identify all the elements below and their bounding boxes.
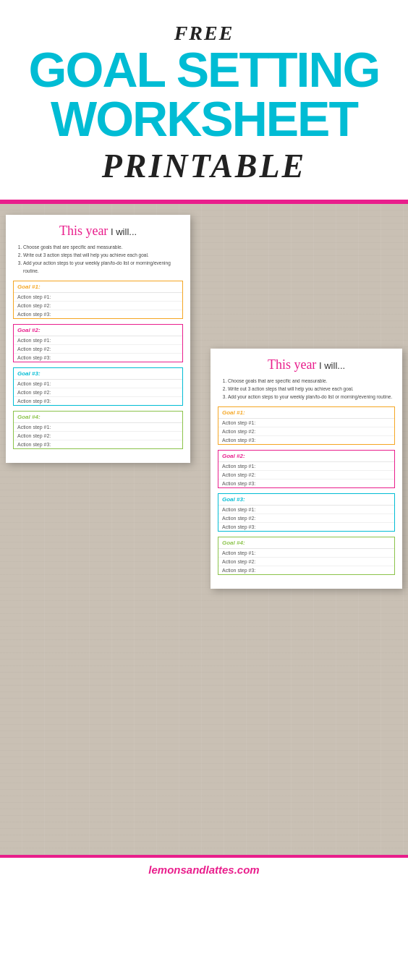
goal-box-2: Goal #2: Action step #1: Action step #2:… [13,324,183,362]
right-goal-box-4: Goal #4: Action step #1: Action step #2:… [218,537,395,575]
right-goal-box-3: Goal #3: Action step #1: Action step #2:… [218,493,395,532]
goal-3-action-1: Action step #1: [14,380,182,388]
instruction-2: Write out 3 action steps that will help … [23,251,183,259]
goal-4-label: Goal #4: [14,412,182,423]
goal-3-action-3: Action step #3: [14,397,182,405]
goal-1-action-1: Action step #1: [14,293,182,302]
right-instruction-1: Choose goals that are specific and measu… [228,377,395,385]
right-goal-2-label: Goal #2: [218,451,394,462]
right-goal-2-action-1: Action step #1: [218,462,394,471]
instruction-3: Add your action steps to your weekly pla… [23,259,183,275]
goal-box-4: Goal #4: Action step #1: Action step #2:… [13,411,183,449]
right-goal-box-1: Goal #1: Action step #1: Action step #2:… [218,406,395,445]
worksheet-label: WORKSHEET [14,94,394,143]
right-goal-2-action-2: Action step #2: [218,471,394,480]
right-goal-3-label: Goal #3: [218,494,394,506]
right-goal-2-action-3: Action step #3: [218,480,394,487]
right-instructions-list: Choose goals that are specific and measu… [218,377,395,401]
right-goal-4-action-2: Action step #2: [218,558,394,566]
goal-2-action-3: Action step #3: [14,354,182,362]
goal-4-action-3: Action step #3: [14,440,182,448]
goal-2-label: Goal #2: [14,325,182,336]
page-wrapper: FREE GOAL SETTING WORKSHEET PRINTABLE Th… [0,0,408,882]
right-goal-4-action-1: Action step #1: [218,549,394,558]
printable-label: PRINTABLE [14,147,394,185]
right-goal-3-action-3: Action step #3: [218,523,394,531]
right-goal-4-label: Goal #4: [218,537,394,549]
right-instruction-3: Add your action steps to your weekly pla… [228,393,395,401]
goal-2-action-2: Action step #2: [14,345,182,354]
right-goal-1-action-2: Action step #2: [218,427,394,436]
title-normal: I will... [108,226,137,237]
worksheet-left: This year I will... Choose goals that ar… [6,215,190,463]
right-goal-box-2: Goal #2: Action step #1: Action step #2:… [218,450,395,488]
right-instruction-2: Write out 3 action steps that will help … [228,385,395,393]
instructions-list: Choose goals that are specific and measu… [13,243,183,275]
goal-4-action-2: Action step #2: [14,432,182,440]
goal-1-action-3: Action step #3: [14,310,182,318]
goal-1-label: Goal #1: [14,281,182,293]
title-cursive: This year [59,223,108,238]
goal-4-action-1: Action step #1: [14,423,182,432]
website-url: lemonsandlattes.com [148,864,259,876]
goal-3-action-2: Action step #2: [14,388,182,397]
preview-area: This year I will... Choose goals that ar… [0,204,408,855]
goal-box-1: Goal #1: Action step #1: Action step #2:… [13,281,183,319]
right-goal-1-action-3: Action step #3: [218,436,394,444]
right-goal-1-action-1: Action step #1: [218,419,394,427]
right-title-normal: I will... [316,360,345,371]
sheet-right-title: This year I will... [218,357,395,372]
right-goal-3-action-2: Action step #2: [218,514,394,523]
goal-2-action-1: Action step #1: [14,336,182,345]
sheet-left-title: This year I will... [13,223,183,239]
instruction-1: Choose goals that are specific and measu… [23,243,183,251]
right-title-cursive: This year [268,357,316,372]
worksheet-right: This year I will... Choose goals that ar… [211,349,402,589]
goal-box-3: Goal #3: Action step #1: Action step #2:… [13,367,183,406]
header-section: FREE GOAL SETTING WORKSHEET PRINTABLE [0,0,408,204]
right-goal-4-action-3: Action step #3: [218,566,394,574]
footer-bar: lemonsandlattes.com [0,855,408,882]
right-goal-3-action-1: Action step #1: [218,506,394,514]
right-goal-1-label: Goal #1: [218,407,394,419]
goal-3-label: Goal #3: [14,368,182,380]
goal-1-action-2: Action step #2: [14,302,182,310]
goal-setting-label: GOAL SETTING [14,45,394,94]
